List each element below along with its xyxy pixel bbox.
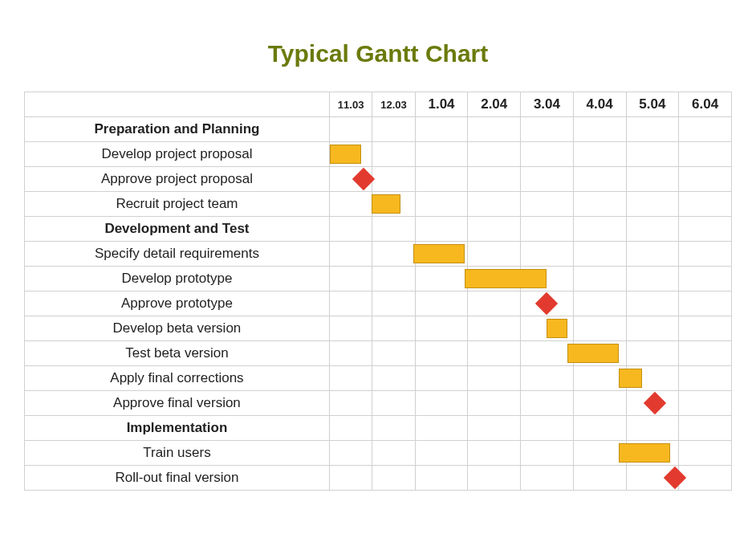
gantt-header-t7: 6.04: [679, 92, 732, 117]
gantt-header-t2: 1.04: [415, 92, 468, 117]
gantt-cell: [415, 466, 468, 491]
task-label: Develop prototype: [25, 267, 330, 291]
gantt-cell: [468, 167, 521, 192]
gantt-bar: [330, 145, 361, 164]
gantt-cell: [415, 142, 468, 167]
gantt-cell: [521, 267, 574, 291]
gantt-cell: [573, 192, 626, 217]
gantt-header-t3: 2.04: [468, 92, 521, 117]
gantt-cell: [679, 391, 732, 416]
gantt-cell: [521, 466, 574, 491]
gantt-cell: [679, 217, 732, 242]
gantt-cell: [468, 242, 521, 267]
gantt-header-blank: [25, 92, 330, 117]
table-row: Approve project proposal: [25, 167, 732, 192]
task-label: Approve final version: [25, 391, 330, 416]
gantt-cell: [626, 466, 679, 491]
table-row: Apply final corrections: [25, 366, 732, 391]
gantt-cell: [468, 142, 521, 167]
gantt-cell: [468, 192, 521, 217]
gantt-cell: [679, 117, 732, 142]
gantt-milestone: [352, 168, 374, 190]
table-row: Develop beta version: [25, 316, 732, 341]
gantt-cell: [415, 117, 468, 142]
gantt-cell: [626, 341, 679, 366]
gantt-cell: [626, 167, 679, 192]
phase-label: Development and Test: [25, 217, 330, 242]
gantt-cell: [626, 217, 679, 242]
gantt-cell: [679, 366, 732, 391]
gantt-cell: [573, 441, 626, 466]
gantt-cell: [415, 391, 468, 416]
task-label: Develop beta version: [25, 316, 330, 341]
gantt-cell: [679, 441, 732, 466]
gantt-cell: [573, 142, 626, 167]
gantt-cell: [415, 242, 468, 267]
gantt-header-row: 11.0312.031.042.043.044.045.046.04: [25, 92, 732, 117]
table-row: Approve final version: [25, 391, 732, 416]
gantt-cell: [573, 416, 626, 441]
gantt-cell: [372, 366, 415, 391]
gantt-cell: [521, 217, 574, 242]
table-row: Development and Test: [25, 217, 732, 242]
gantt-cell: [626, 291, 679, 316]
gantt-cell: [626, 267, 679, 291]
gantt-cell: [521, 192, 574, 217]
gantt-cell: [573, 391, 626, 416]
gantt-cell: [573, 217, 626, 242]
table-row: Test beta version: [25, 341, 732, 366]
gantt-cell: [415, 291, 468, 316]
gantt-cell: [573, 117, 626, 142]
gantt-cell: [626, 242, 679, 267]
gantt-cell: [521, 391, 574, 416]
gantt-cell: [573, 291, 626, 316]
gantt-cell: [573, 366, 626, 391]
gantt-cell: [415, 316, 468, 341]
task-label: Approve project proposal: [25, 167, 330, 192]
gantt-cell: [468, 466, 521, 491]
gantt-cell: [415, 167, 468, 192]
gantt-cell: [415, 341, 468, 366]
gantt-cell: [468, 316, 521, 341]
task-label: Roll-out final version: [25, 466, 330, 491]
table-row: Recruit project team: [25, 192, 732, 217]
gantt-cell: [329, 242, 372, 267]
task-label: Test beta version: [25, 341, 330, 366]
task-label: Specify detail requirements: [25, 242, 330, 267]
gantt-cell: [329, 117, 372, 142]
gantt-cell: [329, 366, 372, 391]
gantt-cell: [626, 366, 679, 391]
gantt-cell: [372, 416, 415, 441]
gantt-cell: [521, 416, 574, 441]
gantt-cell: [679, 341, 732, 366]
table-row: Implementation: [25, 416, 732, 441]
gantt-cell: [468, 291, 521, 316]
gantt-cell: [626, 316, 679, 341]
gantt-cell: [521, 242, 574, 267]
gantt-cell: [626, 142, 679, 167]
gantt-cell: [626, 192, 679, 217]
table-row: Develop project proposal: [25, 142, 732, 167]
task-label: Develop project proposal: [25, 142, 330, 167]
phase-label: Implementation: [25, 416, 330, 441]
gantt-cell: [679, 142, 732, 167]
gantt-table: 11.0312.031.042.043.044.045.046.04 Prepa…: [24, 92, 732, 491]
chart-title: Typical Gantt Chart: [24, 40, 732, 67]
gantt-cell: [329, 341, 372, 366]
table-row: Specify detail requirements: [25, 242, 732, 267]
gantt-cell: [372, 267, 415, 291]
gantt-cell: [468, 366, 521, 391]
gantt-cell: [329, 217, 372, 242]
gantt-cell: [468, 416, 521, 441]
gantt-cell: [329, 142, 372, 167]
task-label: Apply final corrections: [25, 366, 330, 391]
table-row: Approve prototype: [25, 291, 732, 316]
gantt-cell: [415, 441, 468, 466]
gantt-cell: [468, 267, 521, 291]
gantt-cell: [415, 416, 468, 441]
gantt-cell: [626, 117, 679, 142]
gantt-cell: [521, 117, 574, 142]
gantt-cell: [679, 316, 732, 341]
table-row: Develop prototype: [25, 267, 732, 291]
gantt-cell: [372, 341, 415, 366]
